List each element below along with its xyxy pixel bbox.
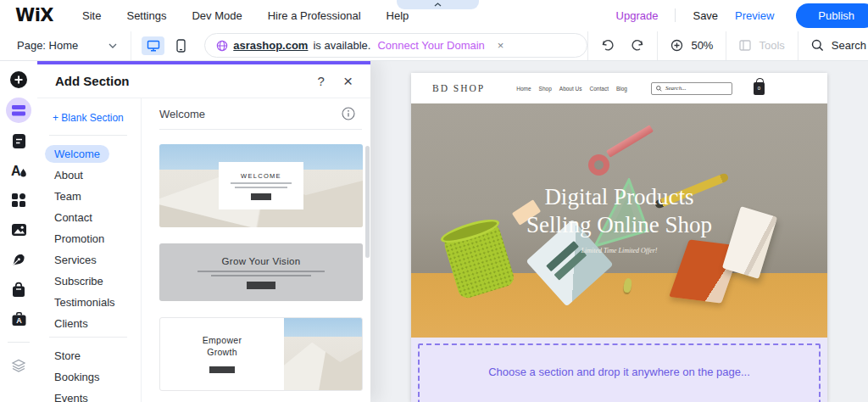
- wix-logo[interactable]: WiX: [15, 5, 53, 25]
- category-about[interactable]: About: [37, 165, 141, 186]
- panel-title: Add Section: [55, 74, 130, 88]
- caret-up-icon: [434, 3, 442, 7]
- close-icon[interactable]: ×: [343, 72, 353, 91]
- blank-section-link[interactable]: + Blank Section: [37, 109, 141, 132]
- site-nav-blog[interactable]: Blog: [616, 86, 627, 92]
- menu-dev-mode[interactable]: Dev Mode: [192, 9, 242, 22]
- editor-search-button[interactable]: Search: [798, 31, 868, 60]
- hero-subtitle: Limited Time Limited Offer!: [411, 247, 827, 254]
- menu-site[interactable]: Site: [82, 9, 101, 22]
- category-welcome[interactable]: Welcome: [37, 143, 141, 165]
- app-market-icon[interactable]: [8, 191, 29, 209]
- store-bag-icon[interactable]: [8, 280, 29, 299]
- mobile-view-button[interactable]: [172, 36, 189, 55]
- category-store[interactable]: Store: [37, 345, 141, 366]
- top-actions: Upgrade Save Preview Publish: [616, 3, 868, 28]
- category-services[interactable]: Services: [37, 249, 141, 271]
- monitor-icon: [147, 40, 160, 52]
- marketing-case-icon[interactable]: A: [8, 310, 29, 328]
- clip-decoration: [623, 277, 633, 293]
- page-selector[interactable]: Page: Home: [0, 31, 131, 60]
- dropzone-dashed-box[interactable]: Choose a section and drop it anywhere on…: [418, 343, 821, 402]
- template-button: [251, 193, 271, 200]
- upgrade-button[interactable]: Upgrade: [616, 9, 659, 22]
- site-hero-section[interactable]: Digital Products Selling Online Shop Lim…: [411, 103, 827, 338]
- domain-banner[interactable]: asrashop.com is available. Connect Your …: [204, 33, 587, 58]
- top-menu: Site Settings Dev Mode Hire a Profession…: [82, 9, 409, 22]
- add-section-panel-header: Add Section ? ×: [37, 64, 370, 98]
- site-logo[interactable]: BD SHOP: [432, 83, 485, 93]
- undo-icon[interactable]: [601, 39, 615, 52]
- category-contact[interactable]: Contact: [37, 207, 141, 228]
- tape-roll-decoration: [588, 154, 609, 176]
- globe-icon: [216, 40, 228, 52]
- editor-left-rail: A A: [0, 61, 37, 402]
- menu-hire-a-professional[interactable]: Hire a Professional: [268, 9, 361, 22]
- site-header-section[interactable]: BD SHOP Home Shop About Us Contact Blog …: [411, 73, 827, 103]
- phone-icon: [176, 39, 186, 53]
- editor-toolbar: Page: Home asrashop.com is available. Co…: [0, 31, 868, 61]
- site-canvas[interactable]: BD SHOP Home Shop About Us Contact Blog …: [411, 73, 827, 402]
- divider: [8, 342, 30, 343]
- menu-help[interactable]: Help: [387, 9, 409, 22]
- svg-text:A: A: [11, 164, 21, 178]
- add-elements-icon[interactable]: [8, 70, 29, 89]
- tape-ribbon-decoration: [606, 125, 654, 158]
- device-switcher: [131, 36, 199, 55]
- tools-button[interactable]: Tools: [726, 31, 797, 60]
- template-empower-growth[interactable]: Empower Growth: [159, 317, 363, 391]
- cart-icon[interactable]: 0: [754, 82, 765, 95]
- cart-count: 0: [758, 86, 760, 91]
- site-search-placeholder: Search...: [665, 85, 686, 92]
- category-testimonials[interactable]: Testimonials: [37, 292, 141, 313]
- category-promotion[interactable]: Promotion: [37, 228, 141, 249]
- hero-title-line1: Digital Products: [411, 183, 827, 211]
- publish-button[interactable]: Publish: [796, 3, 868, 28]
- menu-settings[interactable]: Settings: [126, 9, 166, 22]
- zoom-control[interactable]: 50%: [657, 31, 726, 60]
- history-controls: [587, 31, 657, 60]
- info-icon[interactable]: [342, 107, 355, 120]
- template-welcome-hero[interactable]: WELCOME: [159, 144, 363, 227]
- redo-icon[interactable]: [631, 39, 644, 52]
- dune-image: [284, 318, 362, 390]
- media-icon[interactable]: [8, 221, 29, 239]
- domain-availability: is available.: [313, 39, 370, 52]
- pages-menu-icon[interactable]: [8, 131, 29, 150]
- chevron-down-icon: [108, 43, 117, 48]
- category-team[interactable]: Team: [37, 186, 141, 207]
- save-button[interactable]: Save: [693, 9, 718, 22]
- desktop-view-button[interactable]: [142, 36, 164, 55]
- panel-scrollbar[interactable]: [365, 146, 370, 258]
- site-nav-contact[interactable]: Contact: [590, 86, 609, 92]
- add-section-icon[interactable]: [6, 98, 31, 123]
- content-pen-icon[interactable]: [8, 250, 29, 269]
- site-nav-home[interactable]: Home: [516, 86, 531, 92]
- connect-domain-link[interactable]: Connect Your Domain: [377, 39, 484, 52]
- site-search-input[interactable]: Search...: [651, 82, 732, 95]
- site-nav-shop[interactable]: Shop: [539, 86, 552, 92]
- layers-icon[interactable]: [8, 356, 29, 375]
- content-title: Welcome: [159, 108, 205, 120]
- hero-title-line2: Selling Online Shop: [411, 211, 827, 239]
- collapse-topbar-tab[interactable]: [397, 0, 479, 9]
- preview-button[interactable]: Preview: [735, 9, 774, 22]
- category-events[interactable]: Events: [37, 388, 141, 402]
- divider: [49, 135, 127, 136]
- template-title: Empower Growth: [196, 335, 248, 358]
- search-icon: [811, 39, 824, 52]
- dropzone-hint: Choose a section and drop it anywhere on…: [488, 366, 750, 378]
- section-dropzone[interactable]: Choose a section and drop it anywhere on…: [411, 338, 827, 402]
- domain-close-icon[interactable]: ×: [498, 39, 504, 52]
- site-design-icon[interactable]: A: [8, 161, 29, 180]
- category-bookings[interactable]: Bookings: [37, 366, 141, 388]
- category-subscribe[interactable]: Subscribe: [37, 271, 141, 292]
- category-clients[interactable]: Clients: [37, 313, 141, 334]
- site-nav-about-us[interactable]: About Us: [559, 86, 582, 92]
- template-grow-your-vision[interactable]: Grow Your Vision: [159, 243, 363, 301]
- plus-icon: +: [53, 112, 58, 124]
- domain-name[interactable]: asrashop.com: [233, 39, 308, 52]
- tools-label: Tools: [759, 39, 784, 52]
- help-icon[interactable]: ?: [318, 74, 325, 88]
- site-nav: Home Shop About Us Contact Blog: [516, 86, 627, 92]
